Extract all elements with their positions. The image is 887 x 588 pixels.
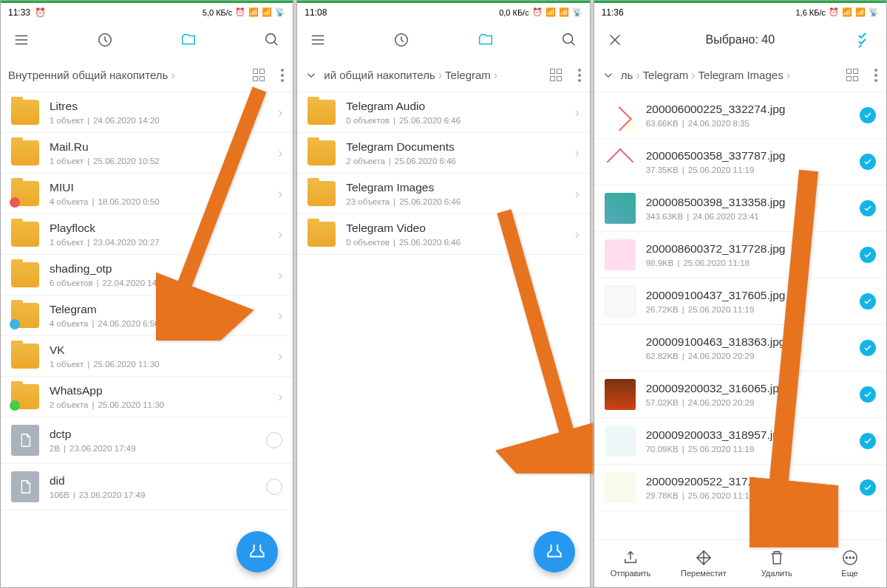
list-item[interactable]: shading_otp6 объектов|22.04.2020 14:09›	[1, 255, 293, 295]
list-item[interactable]: did106B|23.06.2020 17:49	[1, 464, 293, 510]
radio-unchecked[interactable]	[266, 432, 282, 448]
item-body: 200009200032_316065.jpg57.02KB|24.06.202…	[646, 382, 849, 407]
breadcrumb-segment: ий общий накопитель	[324, 69, 435, 81]
folder-icon	[11, 262, 39, 287]
item-title: Telegram Documents	[346, 140, 564, 154]
more-icon[interactable]	[873, 67, 879, 83]
checkbox-checked[interactable]	[860, 247, 876, 263]
checkbox-checked[interactable]	[860, 340, 876, 356]
breadcrumb[interactable]: Внутренний общий накопитель›	[8, 69, 247, 82]
recent-icon[interactable]	[392, 31, 410, 49]
svg-point-9	[852, 557, 854, 558]
list-item[interactable]: WhatsApp2 объекта|25.06.2020 11:30›	[1, 377, 293, 417]
more-action[interactable]: Еще	[813, 540, 886, 587]
delete-action[interactable]: Удалить	[740, 540, 813, 587]
select-all-icon[interactable]	[857, 31, 874, 49]
item-body: shading_otp6 объектов|22.04.2020 14:09	[50, 262, 268, 287]
checkbox-checked[interactable]	[860, 200, 876, 216]
more-icon[interactable]	[577, 67, 582, 83]
grid-view-icon[interactable]	[846, 69, 860, 82]
breadcrumb[interactable]: ль› Telegram› Telegram Images›	[621, 69, 840, 82]
radio-unchecked[interactable]	[266, 479, 282, 495]
list-item[interactable]: dctp2B|23.06.2020 17:49	[1, 417, 293, 464]
grid-view-icon[interactable]	[550, 69, 563, 82]
svg-point-8	[849, 557, 851, 558]
alarm-icon-2: ⏰	[235, 7, 245, 17]
item-meta: 1 объект|23.04.2020 20:27	[50, 238, 268, 247]
list-item[interactable]: Telegram Documents2 объекта|25.06.2020 6…	[297, 133, 589, 174]
item-body: Telegram Video0 объектов|25.06.2020 6:46	[346, 222, 564, 247]
list-item[interactable]: Mail.Ru1 объект|25.06.2020 10:52›	[1, 133, 293, 174]
chevron-right-icon: ›	[575, 227, 580, 242]
file-list[interactable]: Telegram Audio0 объектов|25.06.2020 6:46…	[297, 92, 589, 587]
item-title: Playflock	[50, 222, 268, 235]
list-item[interactable]: 200008600372_317728.jpg98.9KB|25.06.2020…	[594, 232, 886, 278]
list-item[interactable]: 200008500398_313358.jpg343.63KB|24.06.20…	[594, 185, 886, 232]
list-item[interactable]: 200009200033_318957.jpg70.09KB|25.06.202…	[594, 418, 886, 465]
list-item[interactable]: Telegram Images23 объекта|25.06.2020 6:4…	[297, 174, 589, 214]
clean-fab[interactable]	[237, 531, 278, 572]
checkbox-checked[interactable]	[860, 433, 876, 449]
file-list[interactable]: 200006000225_332274.jpg63.66KB|24.06.202…	[594, 92, 886, 539]
chevron-right-icon: ›	[438, 69, 442, 82]
list-item[interactable]: Playflock1 объект|23.04.2020 20:27›	[1, 214, 293, 255]
item-meta: 1 объект|24.06.2020 14:20	[50, 116, 268, 125]
list-item[interactable]: 200006500358_337787.jpg37.35KB|25.06.202…	[594, 139, 886, 185]
item-title: Telegram	[50, 303, 268, 316]
list-item[interactable]: Telegram4 объекта|24.06.2020 6:50›	[1, 295, 293, 336]
list-item[interactable]: 200009100463_318363.jpg62.82KB|24.06.202…	[594, 325, 886, 372]
wifi-icon: 📡	[572, 7, 582, 17]
action-label: Переместит	[681, 569, 727, 578]
search-icon[interactable]	[560, 31, 578, 49]
chevron-right-icon: ›	[278, 349, 282, 364]
file-list[interactable]: Litres1 объект|24.06.2020 14:20›Mail.Ru1…	[1, 92, 293, 587]
menu-icon[interactable]	[309, 31, 327, 49]
svg-point-4	[563, 34, 572, 44]
list-item[interactable]: 200009200032_316065.jpg57.02KB|24.06.202…	[594, 372, 886, 418]
list-item[interactable]: 200009100437_317605.jpg26.72KB|25.06.202…	[594, 278, 886, 325]
action-label: Удалить	[761, 569, 792, 578]
folder-tab-icon[interactable]	[180, 31, 197, 49]
recent-icon[interactable]	[96, 31, 114, 49]
signal-icon-2: 📶	[262, 7, 272, 17]
list-item[interactable]: 200006000225_332274.jpg63.66KB|24.06.202…	[594, 92, 886, 139]
list-item[interactable]: Telegram Audio0 объектов|25.06.2020 6:46…	[297, 92, 589, 133]
checkbox-checked[interactable]	[860, 386, 876, 403]
breadcrumb-segment: ль	[621, 69, 633, 81]
list-item[interactable]: VK1 объект|25.06.2020 11:30›	[1, 336, 293, 377]
image-thumbnail	[605, 332, 636, 363]
list-item[interactable]: MIUI4 объекта|18.06.2020 0:50›	[1, 174, 293, 214]
more-icon[interactable]	[279, 67, 285, 83]
image-thumbnail	[605, 472, 636, 503]
checkbox-checked[interactable]	[860, 107, 876, 123]
list-item[interactable]: 200009200522_317...29.78KB|25.06.2020 11…	[594, 465, 886, 511]
folder-tab-icon[interactable]	[477, 31, 495, 49]
clean-fab[interactable]	[534, 531, 575, 572]
item-body: 200009100437_317605.jpg26.72KB|25.06.202…	[646, 289, 849, 314]
list-item[interactable]: Litres1 объект|24.06.2020 14:20›	[1, 92, 293, 133]
move-action[interactable]: Переместит	[667, 540, 740, 587]
checkbox-checked[interactable]	[860, 293, 876, 310]
item-body: Playflock1 объект|23.04.2020 20:27	[50, 222, 268, 247]
list-item[interactable]: Telegram Video0 объектов|25.06.2020 6:46…	[297, 214, 589, 255]
breadcrumb[interactable]: ий общий накопитель› Telegram›	[324, 69, 543, 82]
chevron-right-icon: ›	[494, 69, 497, 82]
checkbox-checked[interactable]	[860, 154, 876, 170]
folder-icon	[11, 303, 39, 328]
close-icon[interactable]	[606, 31, 624, 49]
chevron-down-icon[interactable]	[305, 66, 318, 84]
menu-icon[interactable]	[13, 31, 30, 49]
item-meta: 343.63KB|24.06.2020 23:41	[646, 212, 849, 221]
breadcrumb-row: ль› Telegram› Telegram Images›	[594, 58, 886, 92]
search-icon[interactable]	[263, 31, 281, 49]
chevron-down-icon[interactable]	[602, 66, 615, 84]
checkbox-checked[interactable]	[860, 479, 876, 496]
svg-point-1	[266, 34, 276, 44]
item-body: Telegram Documents2 объекта|25.06.2020 6…	[346, 140, 564, 165]
folder-icon	[11, 384, 39, 409]
send-action[interactable]: Отправить	[594, 540, 667, 587]
grid-view-icon[interactable]	[253, 69, 266, 82]
item-meta: 6 объектов|22.04.2020 14:09	[50, 278, 268, 287]
chevron-right-icon: ›	[575, 186, 580, 202]
item-body: VK1 объект|25.06.2020 11:30	[50, 343, 268, 369]
